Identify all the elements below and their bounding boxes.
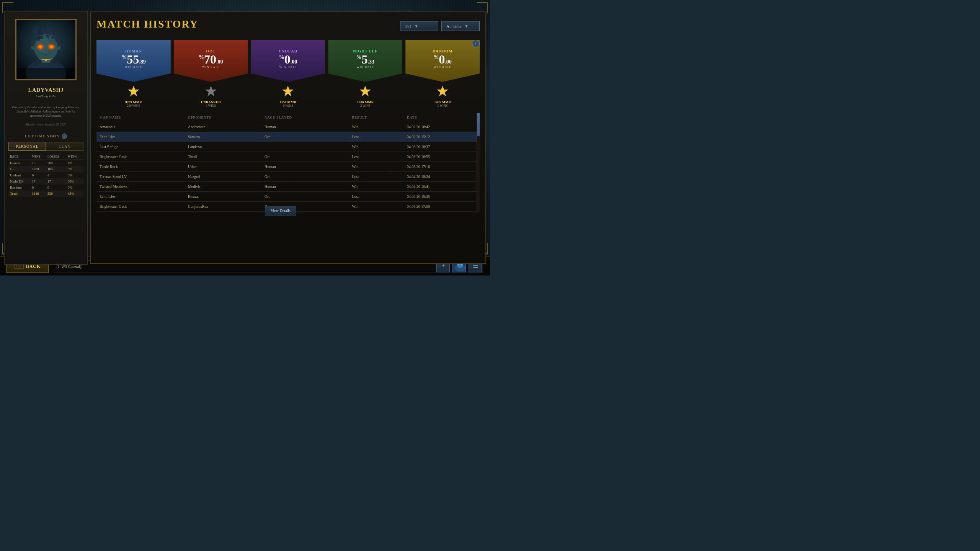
banner-percent: %0.00 — [279, 53, 297, 65]
match-map: Brightwater Oasis — [96, 152, 185, 162]
tab-personal[interactable]: PERSONAL — [8, 142, 46, 151]
medal-icon — [281, 85, 295, 99]
match-opponent: Uther — [185, 162, 261, 172]
banners-info-button[interactable]: i — [472, 40, 480, 47]
scrollbar[interactable] — [477, 113, 480, 212]
player-bio: Priestess of the tides and matron of Coi… — [8, 105, 83, 118]
match-row[interactable]: Brightwater OasisThrallOrcLoss04.03.20 1… — [96, 152, 480, 162]
stats-losses-cell: 4 — [46, 172, 66, 178]
view-details-tooltip[interactable]: View Details — [265, 206, 296, 215]
stats-race-cell: Human — [8, 160, 31, 166]
match-opponent: Medivh — [185, 182, 261, 192]
time-dropdown-value: All Time — [446, 24, 461, 28]
match-row[interactable]: Echo IslesRexxarOrcLoss04.04.20 15:35 — [96, 192, 480, 202]
time-dropdown[interactable]: All Time ▼ — [441, 21, 480, 31]
match-opponent: Andromath — [185, 122, 261, 132]
lifetime-stats-header: LIFETIME STATS i — [25, 134, 67, 139]
stats-winpct-cell: 6% — [66, 166, 83, 172]
stats-row: Undead040% — [8, 172, 83, 178]
svg-point-12 — [36, 44, 44, 50]
banner-bottom: 9789 MMR200 WINS — [125, 85, 142, 108]
banner-percent: %5.33 — [356, 53, 375, 65]
match-row[interactable]: Turtle RockUtherHumanWin04.03.20 17:16 — [96, 162, 480, 172]
stats-race-cell: Undead — [8, 172, 31, 178]
match-map: Echo Isles — [96, 132, 185, 142]
col-date: DATE — [404, 113, 480, 122]
banner-percent: %0.00 — [433, 53, 452, 65]
banner-shape: UNDEAD%0.00WIN RATE — [251, 40, 325, 82]
stats-row: Human107001% — [8, 160, 83, 166]
stat-tabs: PERSONAL CLAN — [8, 142, 83, 151]
stats-wins-cell: 17 — [31, 178, 46, 184]
stats-row: Random000% — [8, 184, 83, 191]
match-result: Win — [349, 182, 403, 192]
match-map: Amazonia — [96, 122, 185, 132]
mode-dropdown-arrow: ▼ — [415, 24, 418, 28]
match-result: Win — [349, 122, 403, 132]
banner-mmr: 1405 MMR — [434, 100, 451, 104]
banner-shape: RANDOM%0.00WIN RATE — [405, 40, 480, 82]
banner-bottom: 1286 MMR2 WINS — [357, 85, 374, 108]
race-banner[interactable]: RANDOM%0.00WIN RATE 1405 MMR0 WINS — [405, 40, 480, 108]
banner-percent: %70.00 — [199, 53, 223, 65]
tab-clan[interactable]: CLAN — [46, 142, 83, 151]
match-row[interactable]: Twisted MeadowsMedivhHumanWin04.04.20 16… — [96, 182, 480, 192]
race-banner[interactable]: HUMAN%55.89WIN RATE 9789 MMR200 WINS — [96, 40, 171, 108]
left-panel: LADYVASHJ Coilfang Tribe Priestess of th… — [4, 11, 88, 264]
race-banner[interactable]: NIGHT ELF%5.33WIN RATE 1286 MMR2 WINS — [328, 40, 402, 108]
match-result: Win — [349, 142, 403, 152]
banner-mmr: 1150 MMR — [280, 100, 296, 104]
match-date: 04.02.20 15:12 — [404, 132, 480, 142]
race-banners-container: HUMAN%55.89WIN RATE 9789 MMR200 WINSORC%… — [96, 40, 480, 113]
match-date: 04.04.20 18:24 — [404, 172, 480, 182]
match-row[interactable]: Echo IslesSamuroOrcLoss04.02.20 15:12 — [96, 132, 480, 142]
player-name: LADYVASHJ — [28, 87, 64, 93]
col-map-name: MAP NAME — [96, 113, 185, 122]
stats-wins-cell: 10 — [31, 160, 46, 166]
banner-shape: ORC%70.00WIN RATE — [174, 40, 248, 82]
stats-race-cell: Total — [8, 191, 31, 197]
race-banner[interactable]: UNDEAD%0.00WIN RATE 1150 MMR0 WINS — [251, 40, 325, 108]
match-map: Twisted Meadows — [96, 182, 185, 192]
match-map: Echo Isles — [96, 192, 185, 202]
stats-winpct-cell: 0% — [66, 172, 83, 178]
col-race: RACE — [8, 154, 31, 160]
svg-point-13 — [47, 44, 56, 50]
match-row[interactable]: Terenas Stand LVNazgrelOrcLoss04.04.20 1… — [96, 172, 480, 182]
race-banner[interactable]: ORC%70.00WIN RATE UNRANKED0 WINS — [174, 40, 248, 108]
right-panel: MATCH HISTORY 1v1 ▼ All Time ▼ HUMAN%55.… — [90, 11, 486, 264]
lifetime-stats-info-icon[interactable]: i — [62, 134, 67, 139]
stats-wins-cell: 0 — [31, 172, 46, 178]
member-since: Member since: January 28, 2020 — [26, 123, 66, 126]
lifetime-stats-title: LIFETIME STATS — [25, 134, 60, 138]
match-map: Last Refuge — [96, 142, 185, 152]
race-banners: HUMAN%55.89WIN RATE 9789 MMR200 WINSORC%… — [96, 40, 480, 108]
match-opponent: Landazar — [185, 142, 261, 152]
match-row[interactable]: Last RefugeLandazarWin04.03.20 18:37 — [96, 142, 480, 152]
match-race: Orc — [261, 132, 349, 142]
col-winpct: WIN% — [66, 154, 83, 160]
stats-row: Orc17891096% — [8, 166, 83, 172]
scrollbar-thumb[interactable] — [477, 113, 480, 136]
svg-point-14 — [45, 59, 47, 61]
match-race — [261, 142, 349, 152]
match-map: Terenas Stand LV — [96, 172, 185, 182]
stats-winpct-cell: 50% — [66, 178, 83, 184]
stats-losses-cell: 700 — [46, 160, 66, 166]
banner-wins-label: 200 WINS — [127, 104, 140, 108]
match-result: Loss — [349, 152, 403, 162]
medal-icon — [358, 85, 372, 99]
mode-dropdown[interactable]: 1v1 ▼ — [400, 21, 438, 31]
col-losses: LOSSES — [46, 154, 66, 160]
match-row[interactable]: AmazoniaAndromathHumanWin04.02.20 16:42 — [96, 122, 480, 132]
stats-wins-cell: 1816 — [31, 191, 46, 197]
banner-bottom: UNRANKED0 WINS — [201, 85, 221, 108]
banner-wins-label: 0 WINS — [438, 104, 448, 108]
match-result: Win — [349, 202, 403, 212]
match-result: Loss — [349, 172, 403, 182]
match-history-title: MATCH HISTORY — [96, 18, 198, 30]
banner-mmr: 1286 MMR — [357, 100, 374, 104]
banner-shape: HUMAN%55.89WIN RATE — [96, 40, 171, 82]
svg-rect-15 — [16, 68, 75, 79]
stats-winpct-cell: 1% — [66, 160, 83, 166]
